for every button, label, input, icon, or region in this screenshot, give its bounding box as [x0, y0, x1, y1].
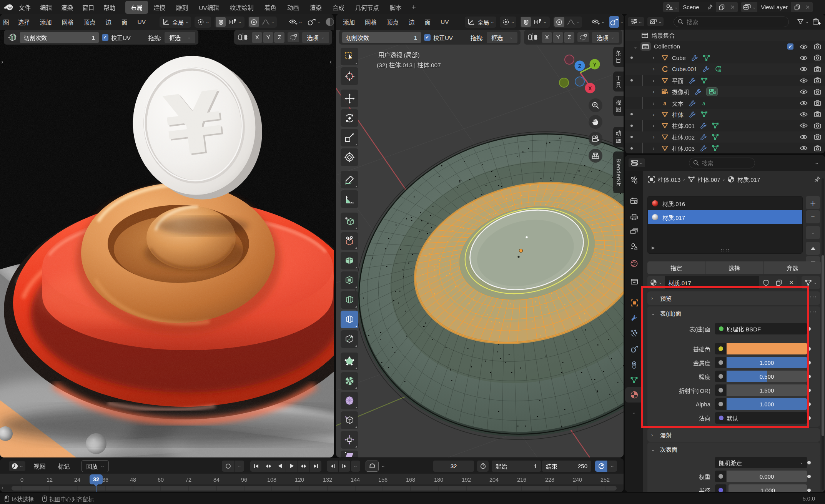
snap-base-button[interactable]	[577, 32, 589, 42]
cuts-count-field[interactable]: 切割次数1	[20, 32, 99, 43]
mirror-y-button[interactable]: Y	[263, 32, 273, 43]
loop-dropdown[interactable]: ⌄	[379, 461, 388, 472]
ntab-animation[interactable]: 动画	[613, 127, 624, 147]
drag-mode-dropdown[interactable]: 框选⌄	[487, 32, 517, 43]
hide-eye-icon[interactable]	[800, 111, 808, 117]
mirror-z-button[interactable]: Z	[274, 32, 284, 43]
tool-move[interactable]	[341, 90, 358, 107]
assign-button[interactable]: 指定	[647, 261, 705, 274]
timeline-menu-playback[interactable]: 回放⌄	[82, 460, 109, 472]
snap-target-dropdown[interactable]: ⌄	[226, 19, 243, 25]
play-reverse-button[interactable]	[274, 461, 286, 472]
decorator-dot[interactable]	[807, 375, 811, 378]
decorator-dot[interactable]	[807, 389, 811, 392]
ptab-object[interactable]	[625, 295, 643, 311]
menu-mesh[interactable]: 网格	[57, 18, 79, 26]
menu-face[interactable]: 面	[116, 18, 133, 26]
pivot-point-dropdown[interactable]: ⌄	[195, 17, 211, 28]
tool-smooth[interactable]	[341, 392, 358, 409]
scene-unlink-button[interactable]: ✕	[728, 2, 738, 12]
transform-orientation-dropdown[interactable]: 全局⌄	[465, 17, 496, 28]
hide-eye-icon[interactable]	[800, 145, 808, 151]
tool-tweak[interactable]	[341, 48, 358, 65]
outliner-row-4[interactable]: › a 文本 a	[625, 97, 825, 108]
correct-uv-checkbox[interactable]: ✓ 校正UV	[102, 33, 131, 42]
roughness-slider[interactable]: 0.500	[715, 371, 807, 382]
menu-render[interactable]: 渲染	[57, 3, 78, 12]
subsurface-method-dropdown[interactable]: 随机游走 ⌄	[715, 457, 807, 468]
slot-specials-button[interactable]: ⌄	[806, 226, 820, 239]
alpha-slider[interactable]: 1.000	[715, 398, 807, 410]
menu-file[interactable]: 文件	[14, 3, 35, 12]
sync-dropdown[interactable]: ⌄	[608, 461, 617, 472]
tab-sculpting[interactable]: 雕刻	[171, 1, 193, 14]
crumb-material[interactable]: 材质.017	[737, 175, 760, 183]
deselect-button[interactable]: 弃选	[763, 261, 821, 274]
outliner-filter-button[interactable]: ⌄	[797, 18, 808, 25]
tool-shear[interactable]	[341, 451, 358, 457]
sidebar-expand-arrow[interactable]: ‹	[329, 58, 332, 66]
step-forward-button[interactable]	[339, 461, 350, 472]
crumb-data[interactable]: 柱体.007	[698, 175, 720, 183]
playback-sync-button[interactable]	[595, 461, 607, 472]
pan-button[interactable]	[589, 115, 602, 129]
tab-uv-editing[interactable]: UV编辑	[193, 1, 225, 14]
mirror-z-button[interactable]: Z	[564, 32, 574, 43]
next-keyframe-button[interactable]	[298, 461, 309, 472]
step-back-button[interactable]	[327, 461, 338, 472]
ptab-viewlayer[interactable]	[625, 224, 643, 239]
tool-bevel[interactable]	[341, 271, 358, 289]
scene-copy-button[interactable]	[716, 2, 728, 12]
menu-add[interactable]: 添加	[336, 18, 360, 26]
tool-rotate[interactable]	[341, 109, 358, 127]
menu-window[interactable]: 窗口	[78, 3, 99, 12]
add-workspace-button[interactable]: +	[407, 3, 421, 12]
ntab-blenderkit[interactable]: BlenderKit	[613, 151, 624, 193]
viewlayer-browse-button[interactable]: ⌄	[741, 2, 758, 12]
properties-header-menu[interactable]: ⌄	[814, 160, 819, 165]
decorator-dot[interactable]	[807, 416, 811, 420]
shader-field[interactable]: 原理化 BSDF	[715, 323, 807, 334]
menu-face[interactable]: 面	[420, 18, 436, 26]
outliner-search[interactable]: 搜索	[674, 17, 789, 27]
snap-target-dropdown[interactable]: ⌄	[532, 19, 549, 25]
tool-annotate[interactable]	[341, 171, 358, 188]
tool-inset[interactable]	[341, 252, 358, 269]
add-slot-button[interactable]: ＋	[806, 196, 820, 209]
menu-uv[interactable]: UV	[133, 18, 151, 25]
menu-help[interactable]: 帮助	[99, 3, 120, 12]
list-resize-grip[interactable]	[721, 249, 729, 252]
tool-cursor[interactable]	[341, 67, 358, 85]
toolbar-expand-arrow[interactable]: ›	[1, 58, 3, 66]
tool-poly-build[interactable]	[341, 353, 358, 370]
new-material-button[interactable]	[772, 276, 785, 289]
ptab-constraints[interactable]	[625, 357, 643, 373]
list-expand-arrow[interactable]: ▶	[652, 245, 655, 250]
menu-vertex[interactable]: 顶点	[79, 18, 101, 26]
slot-move-up-button[interactable]	[806, 242, 820, 255]
decorator-dot[interactable]	[807, 403, 811, 406]
ptab-world[interactable]	[625, 256, 643, 271]
drag-mode-dropdown[interactable]: 框选⌄	[165, 32, 195, 43]
shading-sphere-clipped[interactable]	[324, 17, 334, 27]
viewlayer-remove-button[interactable]: ✕	[803, 2, 813, 12]
scene-browse-button[interactable]: ⌄	[663, 2, 680, 12]
correct-uv-checkbox[interactable]: ✓ 校正UV	[424, 33, 453, 42]
timeline-menu-view[interactable]: 视图	[28, 462, 52, 470]
proportional-edit-button[interactable]	[554, 17, 564, 27]
ptab-physics[interactable]	[625, 341, 643, 357]
tool-loopcut-slide[interactable]	[341, 291, 358, 309]
render-visibility-icon[interactable]	[814, 55, 821, 61]
cuts-count-field[interactable]: 切割次数1	[342, 32, 421, 43]
mirror-x-button[interactable]: X	[542, 32, 552, 43]
ior-slider[interactable]: 1.500	[715, 384, 807, 396]
xray-toggle-button[interactable]	[609, 16, 619, 28]
zoom-button[interactable]	[589, 98, 602, 112]
tab-texture-paint[interactable]: 纹理绘制	[225, 1, 259, 14]
snap-toggle-button[interactable]	[216, 17, 226, 27]
show-gizmo-dropdown[interactable]: ⌄	[589, 17, 607, 28]
decorator-dot[interactable]	[807, 361, 811, 364]
ptab-tool[interactable]	[625, 172, 643, 188]
render-visibility-icon[interactable]	[814, 134, 821, 140]
outliner-row-5[interactable]: › 柱体	[625, 109, 825, 120]
